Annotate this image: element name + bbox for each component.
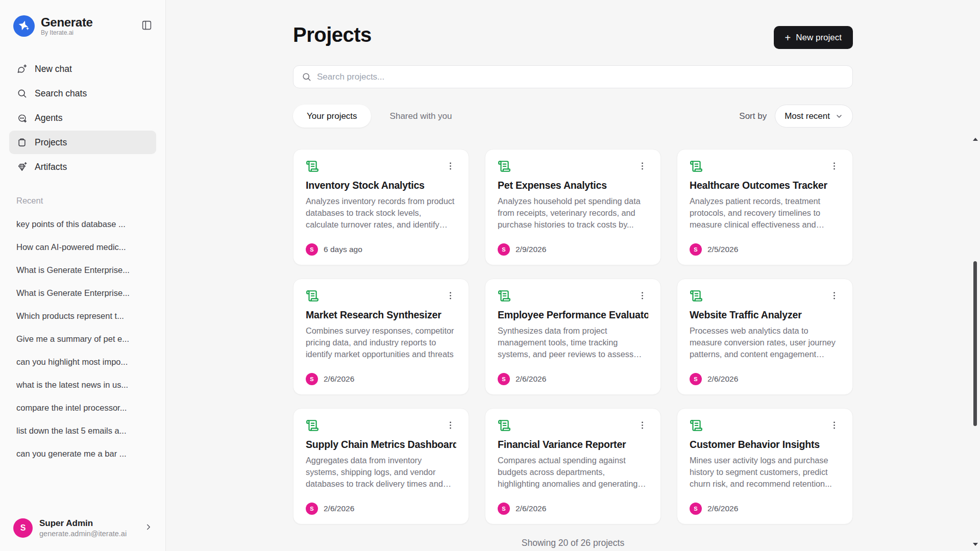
recent-chat-item[interactable]: can you generate me a bar ...: [9, 442, 156, 465]
scroll-text-icon: [306, 419, 319, 432]
search-projects-input[interactable]: [317, 72, 844, 82]
project-date: 2/6/2026: [324, 504, 354, 513]
project-card[interactable]: Employee Performance Evaluator Synthesiz…: [485, 279, 661, 395]
project-owner-avatar: S: [306, 243, 318, 256]
project-owner-avatar: S: [690, 373, 702, 385]
project-card[interactable]: Pet Expenses Analytics Analyzes househol…: [485, 149, 661, 265]
sidebar-item-agents[interactable]: Agents: [9, 106, 156, 130]
project-owner-avatar: S: [498, 503, 510, 515]
project-date: 2/6/2026: [516, 504, 546, 513]
user-profile[interactable]: S Super Admin generate.admin@iterate.ai: [9, 514, 156, 541]
project-card[interactable]: Market Research Synthesizer Combines sur…: [293, 279, 469, 395]
recent-chat-item[interactable]: Give me a summary of pet e...: [9, 328, 156, 350]
brand: Generate By Iterate.ai: [13, 15, 93, 37]
chevron-right-icon: [144, 522, 153, 534]
card-menu-icon[interactable]: [636, 289, 648, 302]
project-title: Customer Behavior Insights: [690, 439, 840, 450]
project-description: Analyzes patient records, treatment prot…: [690, 195, 840, 231]
new-project-label: New project: [796, 33, 842, 43]
sidebar-item-search-chats[interactable]: Search chats: [9, 82, 156, 105]
artifacts-icon: [16, 161, 28, 172]
plus-icon: +: [785, 33, 791, 43]
project-owner-avatar: S: [498, 373, 510, 385]
scroll-text-icon: [498, 289, 511, 303]
new-project-button[interactable]: + New project: [774, 26, 853, 49]
tab-your-projects[interactable]: Your projects: [293, 105, 371, 128]
scroll-text-icon: [498, 160, 511, 173]
project-title: Financial Variance Reporter: [498, 439, 648, 450]
recent-chat-item[interactable]: compare the intel processor...: [9, 396, 156, 419]
scroll-text-icon: [306, 289, 319, 303]
project-description: Analyzes inventory records from product …: [306, 195, 456, 231]
card-menu-icon[interactable]: [828, 160, 840, 172]
user-email: generate.admin@iterate.ai: [39, 530, 137, 538]
sidebar-item-artifacts[interactable]: Artifacts: [9, 155, 156, 179]
new-chat-icon: [16, 63, 28, 74]
project-description: Compares actual spending against budgets…: [498, 455, 648, 490]
sort-dropdown[interactable]: Most recent: [775, 105, 853, 128]
recent-chat-item[interactable]: How can AI-powered medic...: [9, 236, 156, 259]
project-date: 2/6/2026: [516, 374, 546, 384]
project-title: Healthcare Outcomes Tracker: [690, 180, 840, 191]
tab-shared-with-you[interactable]: Shared with you: [376, 105, 466, 128]
brand-row: Generate By Iterate.ai: [9, 13, 156, 37]
sidebar-toggle-icon[interactable]: [139, 17, 154, 33]
project-description: Combines survey responses, competitor pr…: [306, 325, 456, 360]
recent-section-label: Recent: [9, 196, 156, 206]
card-menu-icon[interactable]: [444, 160, 456, 172]
scroll-text-icon: [498, 419, 511, 432]
project-title: Pet Expenses Analytics: [498, 180, 648, 191]
project-date: 2/6/2026: [324, 374, 354, 384]
user-avatar: S: [13, 518, 33, 538]
sidebar-item-projects[interactable]: Projects: [9, 131, 156, 154]
recent-chat-item[interactable]: What is Generate Enterprise...: [9, 259, 156, 282]
card-menu-icon[interactable]: [828, 419, 840, 431]
card-menu-icon[interactable]: [444, 419, 456, 431]
project-card[interactable]: Supply Chain Metrics Dashboard Aggregate…: [293, 408, 469, 524]
main-content: Projects + New project Your projects Sha…: [166, 0, 980, 551]
project-search-bar: [293, 65, 853, 88]
project-date: 2/6/2026: [707, 374, 738, 384]
search-icon: [16, 88, 28, 99]
sidebar-item-new-chat[interactable]: New chat: [9, 57, 156, 81]
app-name: Generate: [41, 16, 93, 29]
recent-chat-item[interactable]: what is the latest news in us...: [9, 373, 156, 396]
project-owner-avatar: S: [690, 503, 702, 515]
project-date: 2/9/2026: [516, 245, 546, 254]
card-menu-icon[interactable]: [444, 289, 456, 302]
results-count: Showing 20 of 26 projects: [293, 538, 853, 548]
sidebar-item-label: Projects: [35, 137, 67, 148]
sort-selected-value: Most recent: [785, 111, 830, 121]
projects-grid: Inventory Stock Analytics Analyzes inven…: [293, 149, 853, 524]
project-tabs: Your projects Shared with you: [293, 105, 466, 128]
project-title: Employee Performance Evaluator: [498, 309, 648, 321]
project-card[interactable]: Financial Variance Reporter Compares act…: [485, 408, 661, 524]
app-byline: By Iterate.ai: [41, 29, 93, 36]
recent-chat-item[interactable]: key points of this database ...: [9, 213, 156, 236]
project-owner-avatar: S: [498, 243, 510, 256]
card-menu-icon[interactable]: [636, 160, 648, 172]
card-menu-icon[interactable]: [828, 289, 840, 302]
sidebar-item-label: Search chats: [35, 88, 87, 99]
recent-chat-item[interactable]: What is Generate Enterprise...: [9, 282, 156, 305]
project-card[interactable]: Inventory Stock Analytics Analyzes inven…: [293, 149, 469, 265]
project-description: Processes web analytics data to measure …: [690, 325, 840, 360]
project-card[interactable]: Website Traffic Analyzer Processes web a…: [677, 279, 853, 395]
project-owner-avatar: S: [690, 243, 702, 256]
project-card[interactable]: Customer Behavior Insights Mines user ac…: [677, 408, 853, 524]
recent-chats-list: key points of this database ...How can A…: [9, 213, 156, 465]
sidebar: Generate By Iterate.ai New chat: [0, 0, 166, 551]
recent-chat-item[interactable]: Which products represent t...: [9, 305, 156, 328]
sidebar-nav: New chat Search chats Agents: [9, 57, 156, 179]
projects-icon: [16, 137, 28, 148]
user-name: Super Admin: [39, 518, 137, 529]
recent-chat-item[interactable]: can you highlight most impo...: [9, 350, 156, 373]
project-title: Inventory Stock Analytics: [306, 180, 456, 191]
project-card[interactable]: Healthcare Outcomes Tracker Analyzes pat…: [677, 149, 853, 265]
generate-logo-icon: [13, 15, 35, 37]
project-owner-avatar: S: [306, 373, 318, 385]
sidebar-item-label: Agents: [35, 113, 62, 123]
card-menu-icon[interactable]: [636, 419, 648, 431]
scroll-text-icon: [690, 419, 703, 432]
recent-chat-item[interactable]: list down the last 5 emails a...: [9, 419, 156, 442]
